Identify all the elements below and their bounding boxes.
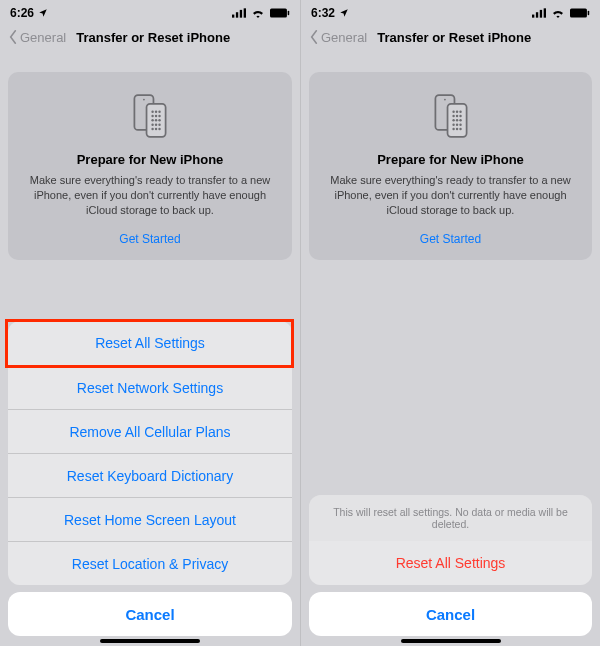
home-indicator[interactable] — [401, 639, 501, 643]
confirm-reset-button[interactable]: Reset All Settings — [309, 541, 592, 585]
svg-point-12 — [151, 115, 153, 117]
signal-icon — [532, 8, 546, 18]
wifi-icon — [551, 8, 565, 18]
confirm-group: This will reset all settings. No data or… — [309, 495, 592, 585]
svg-point-43 — [455, 123, 457, 125]
card-title: Prepare for New iPhone — [323, 152, 578, 167]
svg-rect-28 — [570, 8, 587, 17]
action-sheet: Reset All Settings Reset Network Setting… — [8, 321, 292, 636]
svg-point-39 — [452, 119, 454, 121]
remove-cellular-plans-option[interactable]: Remove All Cellular Plans — [8, 409, 292, 453]
sheet-options: Reset All Settings Reset Network Setting… — [8, 321, 292, 585]
phones-icon — [425, 90, 477, 142]
phones-icon — [124, 90, 176, 142]
back-button[interactable]: General — [8, 30, 66, 45]
reset-keyboard-dictionary-option[interactable]: Reset Keyboard Dictionary — [8, 453, 292, 497]
svg-rect-27 — [544, 8, 546, 17]
screenshot-right: 6:32 General Transfer or Reset iPhone — [300, 0, 600, 646]
svg-rect-25 — [536, 12, 538, 17]
back-label: General — [20, 30, 66, 45]
svg-point-38 — [459, 115, 461, 117]
svg-point-42 — [452, 123, 454, 125]
svg-point-15 — [151, 119, 153, 121]
status-bar: 6:26 — [0, 0, 300, 22]
page-title: Transfer or Reset iPhone — [377, 30, 531, 45]
chevron-left-icon — [8, 30, 18, 44]
status-time: 6:32 — [311, 6, 335, 20]
prepare-card: Prepare for New iPhone Make sure everyth… — [309, 72, 592, 260]
svg-point-16 — [155, 119, 157, 121]
svg-rect-2 — [240, 10, 242, 18]
prepare-card: Prepare for New iPhone Make sure everyth… — [8, 72, 292, 260]
svg-point-31 — [444, 99, 446, 101]
svg-point-23 — [158, 128, 160, 130]
svg-point-37 — [455, 115, 457, 117]
svg-point-47 — [459, 128, 461, 130]
battery-icon — [270, 8, 290, 18]
screenshot-left: 6:26 General Transfer or Reset iPhone — [0, 0, 300, 646]
svg-point-20 — [158, 123, 160, 125]
svg-point-45 — [452, 128, 454, 130]
svg-point-17 — [158, 119, 160, 121]
back-label: General — [321, 30, 367, 45]
svg-point-40 — [455, 119, 457, 121]
confirm-message: This will reset all settings. No data or… — [309, 495, 592, 541]
svg-rect-0 — [232, 15, 234, 18]
location-icon — [38, 8, 48, 18]
back-button[interactable]: General — [309, 30, 367, 45]
svg-point-14 — [158, 115, 160, 117]
svg-point-22 — [155, 128, 157, 130]
home-indicator[interactable] — [100, 639, 200, 643]
svg-point-21 — [151, 128, 153, 130]
confirm-sheet: This will reset all settings. No data or… — [309, 495, 592, 636]
svg-rect-4 — [270, 8, 287, 17]
battery-icon — [570, 8, 590, 18]
svg-point-10 — [155, 110, 157, 112]
location-icon — [339, 8, 349, 18]
svg-rect-3 — [244, 8, 246, 17]
svg-rect-29 — [588, 11, 590, 16]
reset-home-screen-option[interactable]: Reset Home Screen Layout — [8, 497, 292, 541]
svg-point-18 — [151, 123, 153, 125]
chevron-left-icon — [309, 30, 319, 44]
card-title: Prepare for New iPhone — [22, 152, 278, 167]
reset-location-privacy-option[interactable]: Reset Location & Privacy — [8, 541, 292, 585]
svg-point-44 — [459, 123, 461, 125]
svg-point-46 — [455, 128, 457, 130]
svg-point-19 — [155, 123, 157, 125]
signal-icon — [232, 8, 246, 18]
svg-point-13 — [155, 115, 157, 117]
svg-point-36 — [452, 115, 454, 117]
svg-point-11 — [158, 110, 160, 112]
svg-point-35 — [459, 110, 461, 112]
nav-bar: General Transfer or Reset iPhone — [0, 22, 300, 52]
svg-rect-24 — [532, 15, 534, 18]
svg-rect-5 — [288, 11, 290, 16]
cancel-button[interactable]: Cancel — [309, 592, 592, 636]
wifi-icon — [251, 8, 265, 18]
get-started-link[interactable]: Get Started — [22, 232, 278, 246]
svg-point-33 — [452, 110, 454, 112]
reset-all-settings-option[interactable]: Reset All Settings — [8, 321, 292, 365]
reset-network-settings-option[interactable]: Reset Network Settings — [8, 365, 292, 409]
page-title: Transfer or Reset iPhone — [76, 30, 230, 45]
get-started-link[interactable]: Get Started — [323, 232, 578, 246]
cancel-button[interactable]: Cancel — [8, 592, 292, 636]
card-body: Make sure everything's ready to transfer… — [22, 173, 278, 218]
svg-point-34 — [455, 110, 457, 112]
svg-point-9 — [151, 110, 153, 112]
status-time: 6:26 — [10, 6, 34, 20]
svg-rect-1 — [236, 12, 238, 17]
nav-bar: General Transfer or Reset iPhone — [301, 22, 600, 52]
svg-point-7 — [143, 99, 145, 101]
status-bar: 6:32 — [301, 0, 600, 22]
svg-rect-26 — [540, 10, 542, 18]
card-body: Make sure everything's ready to transfer… — [323, 173, 578, 218]
svg-point-41 — [459, 119, 461, 121]
